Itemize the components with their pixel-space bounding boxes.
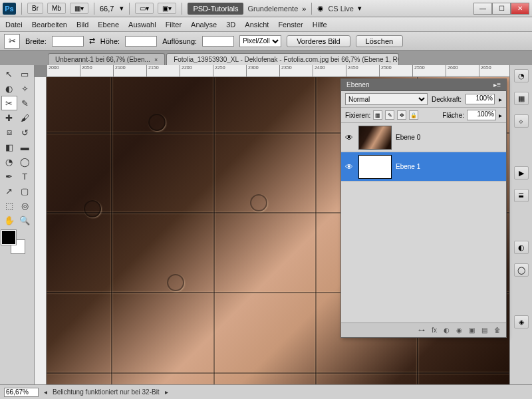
layers-panel: Ebenen ▸≡ Normal Deckkraft: 100%▸ Fixier…	[340, 78, 507, 338]
actions-panel-icon[interactable]: ▶	[514, 166, 529, 180]
swap-icon[interactable]: ⇄	[89, 37, 95, 45]
stamp-tool[interactable]: ⧇	[1, 125, 17, 140]
opacity-value[interactable]: 100%	[466, 94, 495, 104]
lock-pixels-icon[interactable]: ✎	[385, 110, 394, 120]
minimize-button[interactable]: —	[473, 3, 492, 15]
clear-button[interactable]: Löschen	[356, 35, 404, 47]
color-swatches[interactable]	[1, 230, 25, 254]
cslive-button[interactable]: CS Live	[328, 5, 354, 13]
height-input[interactable]	[125, 36, 157, 47]
menu-bar: Datei Bearbeiten Bild Ebene Auswahl Filt…	[0, 17, 532, 32]
layers-panel-icon[interactable]: ◈	[514, 315, 529, 329]
right-rail: ◔ ▦ ⟐ ▶ ≣ ◐ ◯ ◈	[509, 65, 532, 384]
resolution-input[interactable]	[202, 36, 234, 47]
minibridge-button[interactable]: Mb	[47, 3, 66, 14]
bridge-button[interactable]: Br	[27, 3, 43, 14]
zoom-input[interactable]	[4, 388, 39, 397]
menu-bearbeiten[interactable]: Bearbeiten	[32, 21, 67, 29]
hand-tool[interactable]: ✋	[1, 213, 17, 227]
menu-filter[interactable]: Filter	[166, 21, 182, 29]
foreground-color[interactable]	[1, 230, 16, 245]
panel-menu-icon[interactable]: ▸≡	[493, 81, 501, 88]
layer-thumbnail[interactable]	[358, 126, 392, 150]
dodge-tool[interactable]: ◯	[17, 154, 33, 169]
trash-icon[interactable]: 🗑	[494, 327, 501, 334]
width-input[interactable]	[52, 36, 84, 47]
unit-select[interactable]: Pixel/Zoll	[239, 35, 281, 47]
swatches-panel-icon[interactable]: ▦	[514, 92, 529, 105]
move-tool[interactable]: ↖	[1, 66, 17, 81]
workspace-name[interactable]: PSD-Tutorials	[188, 3, 243, 15]
ruler-vertical[interactable]	[35, 77, 47, 384]
mask-icon[interactable]: ◐	[444, 327, 450, 334]
close-icon[interactable]: ×	[154, 57, 158, 63]
eraser-tool[interactable]: ◧	[1, 140, 17, 154]
fill-value[interactable]: 100%	[467, 110, 496, 120]
chevron-right-icon[interactable]: »	[302, 5, 306, 13]
document-tab[interactable]: Fotolia_13953930_XL - Deklofenak - Fotol…	[166, 53, 399, 65]
crop-tool-icon[interactable]: ✂	[4, 34, 20, 49]
pen-tool[interactable]: ✒	[1, 169, 17, 184]
new-layer-icon[interactable]: ▤	[481, 327, 487, 334]
heal-tool[interactable]: ✚	[1, 110, 17, 125]
menu-datei[interactable]: Datei	[5, 21, 23, 29]
wand-tool[interactable]: ✧	[17, 81, 33, 96]
adjust-panel-icon[interactable]: ◐	[514, 241, 529, 254]
toolbox: ↖▭ ◐✧ ✂✎ ✚🖌 ⧇↺ ◧▬ ◔◯ ✒T ↗▢ ⬚◎ ✋🔍	[0, 65, 35, 384]
type-tool[interactable]: T	[17, 169, 33, 184]
lock-transparency-icon[interactable]: ▦	[373, 110, 382, 120]
front-image-button[interactable]: Vorderes Bild	[287, 35, 350, 47]
marquee-tool[interactable]: ▭	[17, 66, 33, 81]
blend-mode-select[interactable]: Normal	[345, 93, 428, 105]
path-tool[interactable]: ↗	[1, 184, 17, 198]
styles-panel-icon[interactable]: ⟐	[514, 114, 529, 128]
ruler-horizontal[interactable]: 2000205021002150220022502300235024002450…	[47, 65, 509, 77]
close-button[interactable]: ✕	[511, 3, 529, 15]
eyedropper-tool[interactable]: ✎	[17, 96, 33, 110]
layer-row[interactable]: 👁 Ebene 0	[341, 123, 506, 152]
menu-analyse[interactable]: Analyse	[191, 21, 217, 29]
document-tab[interactable]: Unbenannt-1 bei 66,7% (Eben... ×	[48, 53, 165, 65]
menu-auswahl[interactable]: Auswahl	[128, 21, 156, 29]
maximize-button[interactable]: ☐	[492, 3, 511, 15]
panel-title[interactable]: Ebenen	[346, 81, 369, 88]
menu-ebene[interactable]: Ebene	[98, 21, 119, 29]
blur-tool[interactable]: ◔	[1, 154, 17, 169]
zoom-display[interactable]: 66,7	[100, 5, 114, 13]
menu-bild[interactable]: Bild	[76, 21, 88, 29]
history-panel-icon[interactable]: ≣	[514, 189, 529, 202]
workspace-sub[interactable]: Grundelemente	[247, 5, 298, 13]
menu-fenster[interactable]: Fenster	[278, 21, 303, 29]
screenmode-button[interactable]: ▦▾	[70, 3, 88, 14]
lock-position-icon[interactable]: ✥	[397, 110, 406, 120]
shape-tool[interactable]: ▢	[17, 184, 33, 198]
visibility-icon[interactable]: 👁	[344, 162, 354, 172]
visibility-icon[interactable]: 👁	[344, 133, 354, 142]
zoom-tool[interactable]: 🔍	[17, 213, 33, 227]
layer-name[interactable]: Ebene 0	[396, 134, 420, 141]
menu-ansicht[interactable]: Ansicht	[245, 21, 269, 29]
brush-tool[interactable]: 🖌	[17, 110, 33, 125]
layer-row[interactable]: 👁 Ebene 1	[341, 152, 506, 182]
layer-name[interactable]: Ebene 1	[396, 163, 420, 170]
3d-tool[interactable]: ⬚	[1, 198, 17, 213]
arrange-button[interactable]: ▭▾	[135, 3, 154, 14]
lasso-tool[interactable]: ◐	[1, 81, 17, 96]
link-icon[interactable]: ⊶	[418, 327, 425, 334]
tab-label: Fotolia_13953930_XL - Deklofenak - Fotol…	[174, 56, 399, 63]
color-panel-icon[interactable]: ◔	[514, 69, 529, 82]
adjustment-icon[interactable]: ◉	[456, 327, 462, 334]
layer-thumbnail[interactable]	[358, 155, 392, 179]
history-brush-tool[interactable]: ↺	[17, 125, 33, 140]
crop-tool[interactable]: ✂	[1, 96, 17, 110]
gradient-tool[interactable]: ▬	[17, 140, 33, 154]
group-icon[interactable]: ▣	[469, 327, 475, 334]
menu-3d[interactable]: 3D	[226, 21, 235, 29]
fx-icon[interactable]: fx	[432, 327, 437, 334]
resolution-label: Auflösung:	[162, 37, 197, 45]
3dcam-tool[interactable]: ◎	[17, 198, 33, 213]
lock-all-icon[interactable]: 🔒	[409, 110, 418, 120]
screenmode2-button[interactable]: ▣▾	[158, 3, 176, 14]
menu-hilfe[interactable]: Hilfe	[313, 21, 327, 29]
mask-panel-icon[interactable]: ◯	[514, 263, 529, 277]
